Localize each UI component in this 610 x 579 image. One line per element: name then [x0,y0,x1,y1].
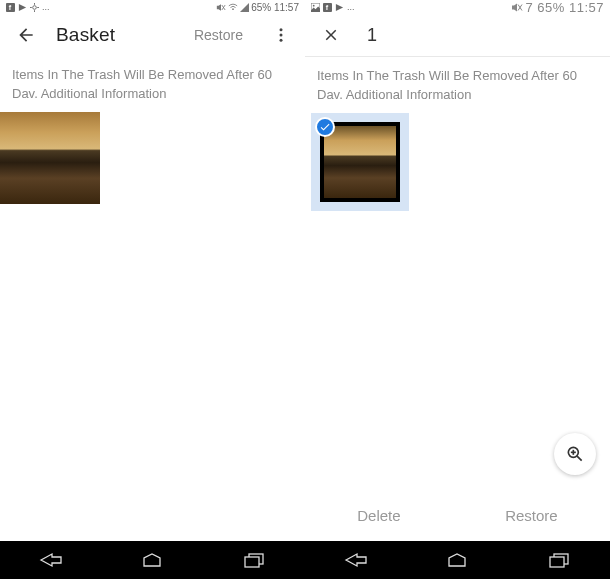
delete-button[interactable]: Delete [357,507,400,524]
info-line-2: Dav. Additional Information [12,85,293,104]
nav-recents-button[interactable] [540,549,578,571]
restore-button[interactable]: Restore [194,27,243,43]
status-right: 65% 11:57 [216,2,299,13]
sun-icon [30,3,39,12]
status-left-icons: f ... [6,2,50,12]
close-button[interactable] [319,23,343,47]
screen-basket: f ... 65% 11:57 Basket Restore I [0,0,305,579]
action-bar: Delete Restore [305,493,610,537]
mute-icon [216,3,226,12]
status-right: 7 65% 11:57 [511,0,604,15]
zoom-fab[interactable] [554,433,596,475]
ellipsis-icon: ... [42,2,50,12]
status-bar: f ... 65% 11:57 [0,0,305,14]
svg-point-9 [232,8,234,10]
nav-recents-button[interactable] [235,549,273,571]
image-icon [311,3,320,12]
svg-point-14 [313,4,315,6]
wifi-icon [228,3,238,12]
info-line-1: Items In The Trash Will Be Removed After… [12,67,272,82]
play-icon [18,3,27,12]
back-button[interactable] [14,23,38,47]
nav-home-button[interactable] [438,549,476,571]
photo-thumbnail-selected[interactable] [311,113,409,211]
info-line-2: Dav. Additional Information [317,86,598,105]
facebook-icon: f [6,3,15,12]
svg-rect-26 [550,557,564,567]
selection-count: 1 [367,25,377,46]
info-line-1: Items In The Trash Will Be Removed After… [317,68,577,83]
nav-back-button[interactable] [32,549,70,571]
check-icon [315,117,335,137]
mute-icon [511,2,523,13]
battery-text: 7 65% 11:57 [525,0,604,15]
navigation-bar [0,541,610,579]
svg-point-2 [33,5,37,9]
ellipsis-icon: ... [347,2,355,12]
info-message: Items In The Trash Will Be Removed After… [0,56,305,106]
status-bar: f ... 7 65% 11:57 [305,0,610,14]
svg-line-20 [577,456,582,461]
photo-grid [0,106,305,204]
status-left-icons: f ... [311,2,355,12]
info-message: Items In The Trash Will Be Removed After… [305,57,610,107]
app-bar-selection: 1 [305,14,610,56]
facebook-icon: f [323,3,332,12]
nav-back-button[interactable] [337,549,375,571]
nav-home-button[interactable] [133,549,171,571]
battery-text: 65% 11:57 [251,2,299,13]
play-icon [335,3,344,12]
page-title: Basket [56,24,176,46]
svg-point-10 [280,28,283,31]
photo-grid [305,107,610,211]
svg-point-12 [280,39,283,42]
more-menu-button[interactable] [269,23,293,47]
photo-thumbnail[interactable] [0,112,100,204]
svg-point-11 [280,34,283,37]
restore-button[interactable]: Restore [505,507,558,524]
screen-selection: f ... 7 65% 11:57 1 Items In The Trash W… [305,0,610,579]
signal-icon [240,3,249,12]
svg-rect-24 [245,557,259,567]
app-bar: Basket Restore [0,14,305,56]
